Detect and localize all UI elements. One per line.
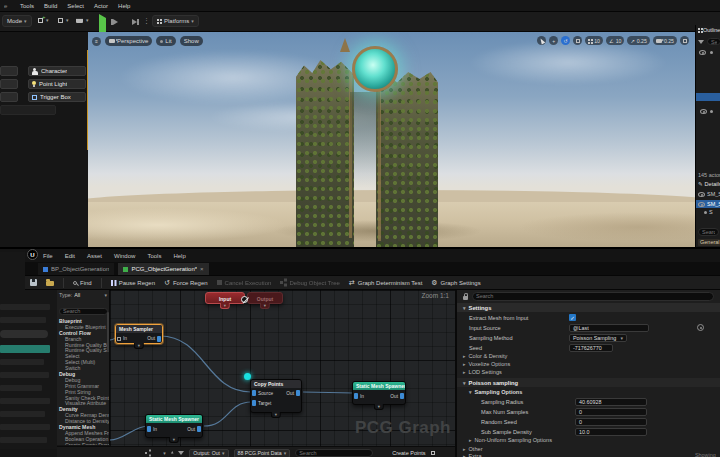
sampling-radius-field[interactable]: 40.60928 [575,398,647,406]
section-poisson[interactable]: ▾Poisson sampling [457,378,720,387]
palette-item[interactable]: Create Empty Dynamic Mesh [57,443,109,445]
graph-settings-button[interactable]: ⚙Graph Settings [431,279,480,287]
section-settings[interactable]: ▾Settings [457,303,720,312]
filter-icon[interactable] [178,451,184,455]
details-section-general[interactable]: General [698,239,720,246]
node-mesh-sampler[interactable]: Mesh Sampler In Out ▾ [115,324,163,344]
grid-snap-toggle[interactable]: 10 [585,36,603,45]
platforms-dropdown[interactable]: Platforms▾ [152,15,199,27]
palette-scrollbar[interactable] [107,312,109,352]
input-source-field[interactable]: @Last [569,324,649,332]
layers-icon[interactable] [145,452,147,454]
pcg-graph-canvas[interactable]: Zoom 1:1 PCG Graph Input ▾ Output ▾ Mesh… [110,290,455,447]
save-icon[interactable] [30,279,37,286]
details-child-row[interactable]: S [704,209,720,215]
collapse-chevron-icon[interactable]: ▾ [134,343,144,349]
out-pin[interactable] [296,390,300,396]
graph-determinism-test-button[interactable]: ⇄Graph Determinism Test [349,279,422,287]
details-tab[interactable]: ✎Details [698,181,720,187]
scale-tool-button[interactable] [573,36,582,45]
force-regen-button[interactable]: ↺Force Regen [164,279,208,287]
pcg-menu-window[interactable]: Window [114,253,135,259]
palette-search-input[interactable] [59,308,108,315]
output-pin-dropdown[interactable]: Output: Out▾ [189,449,228,457]
extract-mesh-checkbox[interactable]: ✓ [569,314,576,321]
level-viewport[interactable]: ≡ Perspective Lit Show + ↺ 10 ∠10 ↗0.25 … [88,32,695,247]
eye-icon[interactable] [698,192,705,197]
pcg-menu-tools[interactable]: Tools [147,253,161,259]
outliner-tab[interactable]: Outliner [698,27,720,33]
section-other[interactable]: ▸Other [463,446,483,452]
in-pin[interactable] [147,426,151,432]
tab-bp-objectgeneration[interactable]: BP_ObjectGeneration [38,263,114,275]
details-search-input[interactable] [472,292,714,301]
collapse-chevron-icon[interactable]: ▾ [374,404,384,410]
eye-icon[interactable] [698,202,705,207]
out-pin[interactable] [400,393,404,399]
actor-pill-clipped[interactable] [0,105,56,115]
section-voxelize[interactable]: ▸Voxelize Options [463,361,510,367]
collapse-icon[interactable]: ▾ [171,450,174,456]
details-search-input[interactable] [698,228,719,236]
browse-icon[interactable] [46,281,54,287]
outliner-row[interactable] [700,109,713,114]
collapse-chevron-icon[interactable]: ▾ [169,437,179,443]
find-button[interactable]: Find [73,280,92,286]
node-output-disabled[interactable]: Output ▾ [247,292,283,304]
in-pin[interactable] [354,393,358,399]
expand-icon[interactable]: ▾ [163,450,166,456]
actor-pill-clipped[interactable] [0,92,18,102]
frame-skip-button[interactable] [111,19,118,25]
menu-actor[interactable]: Actor [94,3,108,9]
node-input[interactable]: Input ▾ [205,292,245,304]
pcg-menu-file[interactable]: File [43,253,53,259]
select-tool-button[interactable] [537,36,546,45]
place-actor-trigger-box[interactable]: Trigger Box [28,92,86,102]
section-lod[interactable]: ▸LOD Settings [463,369,502,375]
pcg-menu-asset[interactable]: Asset [87,253,102,259]
section-color-density[interactable]: ▸Color & Density [463,353,507,359]
place-actor-point-light[interactable]: Point Light [28,79,86,89]
seed-field[interactable]: -717626770 [569,344,613,352]
pcg-menu-help[interactable]: Help [173,253,185,259]
sampling-method-dropdown[interactable]: Poisson Sampling▾ [569,334,627,342]
rotate-tool-button[interactable]: ↺ [561,36,570,45]
menu-build[interactable]: Build [44,3,57,9]
max-num-samples-field[interactable]: 0 [575,408,647,416]
outliner-selected-row[interactable] [696,93,720,101]
collapse-chevron-icon[interactable]: ▾ [260,303,270,309]
advance-button[interactable] [132,19,139,25]
random-seed-field[interactable]: 0 [575,418,647,426]
add-actor-button[interactable]: ▾ [38,17,49,23]
lock-icon[interactable] [463,296,468,300]
maximize-viewport-button[interactable] [680,36,689,45]
out-pin[interactable] [197,426,201,432]
pcg-menu-edit[interactable]: Edit [65,253,75,259]
rotation-snap-toggle[interactable]: ∠10 [606,36,624,45]
menu-select[interactable]: Select [67,3,84,9]
collapse-chevron-icon[interactable]: ▾ [220,303,230,309]
reset-to-default-icon[interactable] [697,324,704,331]
eye-icon[interactable] [700,109,707,114]
cinematics-button[interactable]: ▾ [76,17,89,23]
node-static-mesh-spawner[interactable]: Static Mesh Spawner In Out ▾ [145,414,203,438]
move-tool-button[interactable]: + [549,36,558,45]
menu-tools[interactable]: Tools [20,3,34,9]
section-extra[interactable]: ▸Extra [463,453,482,457]
sub-sample-density-field[interactable]: 10.0 [575,428,647,436]
palette-type-filter[interactable]: Type: All ▾ [57,290,109,299]
attributes-search-input[interactable] [295,449,373,457]
camera-speed-control[interactable]: 0.25 [653,36,677,45]
menu-help[interactable]: Help [118,3,130,9]
outliner-search-input[interactable] [707,38,720,45]
close-icon[interactable]: × [200,266,204,272]
place-actor-character[interactable]: Character [28,66,86,76]
section-non-uniform[interactable]: ▸Non-Uniform Sampling Options [469,437,552,443]
collapse-chevron-icon[interactable]: ▾ [271,412,281,418]
play-options-kebab[interactable]: ⋮ [143,17,150,25]
actor-pill-clipped[interactable] [0,66,18,76]
dock-icon[interactable] [431,451,435,455]
details-selected-row[interactable]: SM_S [696,200,720,208]
source-pin[interactable] [252,390,256,396]
pause-regen-button[interactable]: Pause Regen [111,280,155,286]
